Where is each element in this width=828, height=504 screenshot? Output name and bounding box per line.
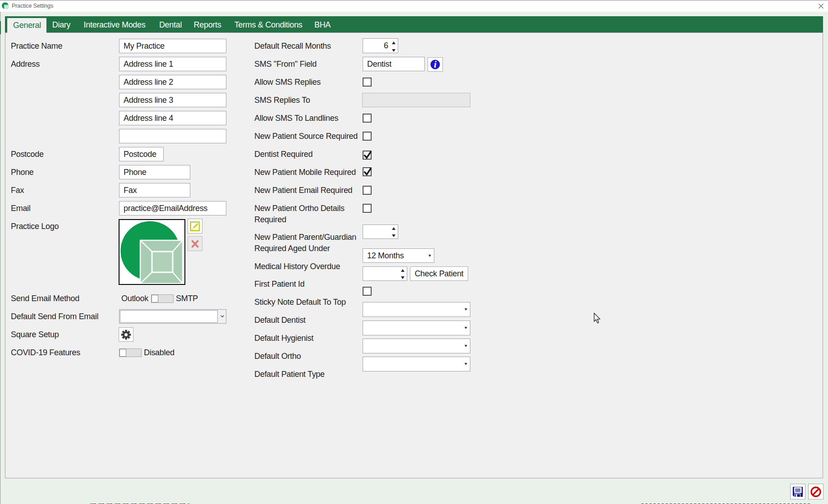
svg-text:i: i bbox=[434, 60, 437, 69]
